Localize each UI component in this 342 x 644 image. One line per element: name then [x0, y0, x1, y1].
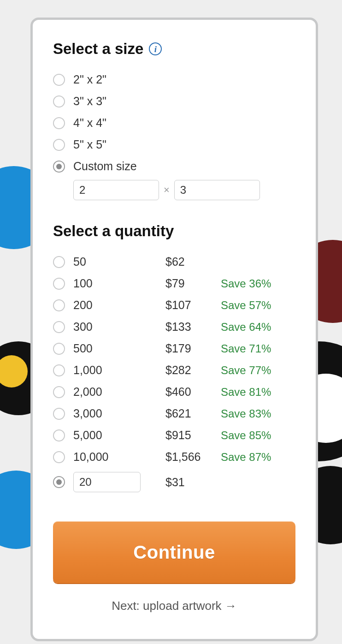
custom-width-input[interactable] — [73, 180, 159, 200]
radio-icon — [53, 74, 65, 86]
quantity-option-custom[interactable]: $31 — [53, 468, 295, 496]
radio-icon — [53, 321, 65, 333]
quantity-label: 300 — [73, 320, 165, 334]
radio-icon — [53, 278, 65, 290]
quantity-price: $179 — [165, 342, 221, 355]
radio-icon — [53, 95, 65, 107]
quantity-save: Save 83% — [221, 407, 271, 420]
size-option-label: Custom size — [73, 160, 161, 173]
quantity-label: 500 — [73, 342, 165, 355]
radio-icon — [53, 343, 65, 355]
quantity-label: 200 — [73, 298, 165, 312]
size-option-custom[interactable]: Custom size — [53, 155, 295, 177]
quantity-price: $31 — [165, 476, 221, 489]
quantity-save: Save 85% — [221, 429, 271, 442]
quantity-option[interactable]: 5,000 $915 Save 85% — [53, 424, 295, 446]
quantity-save: Save 87% — [221, 451, 271, 464]
custom-quantity-wrap — [73, 472, 165, 492]
quantity-option[interactable]: 300 $133 Save 64% — [53, 316, 295, 338]
size-option[interactable]: 5" x 5" — [53, 134, 295, 155]
quantity-price: $915 — [165, 429, 221, 442]
size-option[interactable]: 3" x 3" — [53, 90, 295, 112]
size-option[interactable]: 4" x 4" — [53, 112, 295, 134]
quantity-title-text: Select a quantity — [53, 222, 174, 240]
quantity-options: 50 $62 100 $79 Save 36% 200 $107 Save 57… — [53, 251, 295, 496]
quantity-save: Save 57% — [221, 299, 271, 312]
quantity-save: Save 64% — [221, 321, 271, 334]
size-option-label: 4" x 4" — [73, 116, 161, 130]
quantity-price: $62 — [165, 255, 221, 268]
radio-icon — [53, 364, 65, 376]
quantity-label: 2,000 — [73, 385, 165, 399]
quantity-option[interactable]: 10,000 $1,566 Save 87% — [53, 446, 295, 468]
quantity-label: 50 — [73, 255, 165, 268]
quantity-save: Save 71% — [221, 342, 271, 355]
continue-button[interactable]: Continue — [53, 521, 295, 583]
quantity-label: 10,000 — [73, 450, 165, 464]
radio-icon — [53, 299, 65, 311]
quantity-price: $1,566 — [165, 450, 221, 464]
size-options: 2" x 2" 3" x 3" 4" x 4" 5" x 5" Custom s… — [53, 69, 295, 203]
radio-icon — [53, 139, 65, 151]
quantity-option[interactable]: 50 $62 — [53, 251, 295, 273]
quantity-price: $107 — [165, 298, 221, 312]
quantity-save: Save 77% — [221, 364, 271, 377]
quantity-option[interactable]: 2,000 $460 Save 81% — [53, 381, 295, 403]
radio-icon — [53, 451, 65, 463]
quantity-label: 3,000 — [73, 407, 165, 420]
size-option-label: 3" x 3" — [73, 95, 161, 108]
order-form-card: Select a size i 2" x 2" 3" x 3" 4" x 4" … — [30, 18, 318, 641]
size-section-title: Select a size i — [53, 40, 295, 58]
quantity-price: $621 — [165, 407, 221, 420]
size-option[interactable]: 2" x 2" — [53, 69, 295, 90]
custom-height-input[interactable] — [174, 180, 260, 200]
quantity-option[interactable]: 200 $107 Save 57% — [53, 294, 295, 316]
quantity-save: Save 81% — [221, 386, 271, 399]
quantity-section-title: Select a quantity — [53, 222, 295, 240]
custom-size-inputs: × — [73, 180, 295, 200]
quantity-price: $133 — [165, 320, 221, 334]
info-icon[interactable]: i — [149, 42, 162, 55]
radio-icon — [53, 117, 65, 129]
quantity-label: 5,000 — [73, 429, 165, 442]
size-option-label: 2" x 2" — [73, 73, 161, 86]
radio-icon — [53, 429, 65, 441]
quantity-option[interactable]: 3,000 $621 Save 83% — [53, 403, 295, 424]
custom-quantity-input[interactable] — [73, 472, 141, 492]
radio-icon — [53, 256, 65, 268]
size-title-text: Select a size — [53, 40, 143, 58]
quantity-section: Select a quantity 50 $62 100 $79 Save 36… — [53, 222, 295, 496]
radio-icon — [53, 161, 65, 173]
radio-icon — [53, 476, 65, 488]
quantity-price: $282 — [165, 364, 221, 377]
radio-icon — [53, 386, 65, 398]
quantity-option[interactable]: 100 $79 Save 36% — [53, 273, 295, 294]
quantity-option[interactable]: 500 $179 Save 71% — [53, 338, 295, 359]
quantity-save: Save 36% — [221, 277, 271, 290]
quantity-price: $460 — [165, 385, 221, 399]
quantity-option[interactable]: 1,000 $282 Save 77% — [53, 359, 295, 381]
radio-icon — [53, 408, 65, 420]
size-option-label: 5" x 5" — [73, 138, 161, 151]
next-step-text: Next: upload artwork → — [53, 599, 295, 613]
quantity-label: 1,000 — [73, 364, 165, 377]
quantity-price: $79 — [165, 277, 221, 290]
dimension-separator: × — [164, 184, 170, 196]
quantity-label: 100 — [73, 277, 165, 290]
